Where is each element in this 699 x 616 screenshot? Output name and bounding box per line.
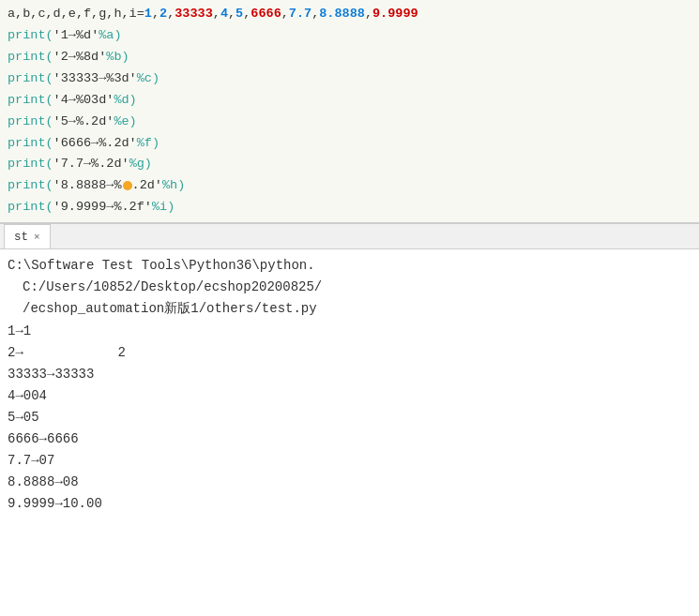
code-line-4: print('33333→%3d'%c) — [0, 68, 699, 90]
code-line-2: print('1→%d'%a) — [0, 25, 699, 47]
tab-bar: st × — [0, 223, 699, 249]
code-line-5: print('4→%03d'%d) — [0, 90, 699, 112]
console-output-1: 1→1 — [8, 321, 691, 342]
code-line-8: print('7.7→%.2d'%g) — [0, 154, 699, 175]
console-header-line3: /ecshop_automation新版1/others/test.py — [8, 298, 691, 320]
code-line-6: print('5→%.2d'%e) — [0, 112, 699, 133]
code-line-10: print('9.9999→%.2f'%i) — [0, 197, 699, 218]
console-tab[interactable]: st × — [4, 224, 51, 248]
console-output-5: 5→05 — [8, 407, 691, 428]
tab-close-button[interactable]: × — [34, 232, 40, 243]
code-text: a,b,c,d,e,f,g,h,i= — [8, 5, 144, 24]
console-header-line1: C:\Software Test Tools\Python36\python. — [8, 255, 691, 277]
console-output-8: 8.8888→08 — [8, 472, 691, 493]
code-line-1: a,b,c,d,e,f,g,h,i=1,2,33333,4,5,6666,7.7… — [0, 4, 699, 25]
code-line-7: print('6666→%.2d'%f) — [0, 133, 699, 155]
editor-area: a,b,c,d,e,f,g,h,i=1,2,33333,4,5,6666,7.7… — [0, 0, 699, 223]
console-output-2: 2→ 2 — [8, 342, 691, 364]
code-line-9: print('8.8888→%​.2d'%h) — [0, 175, 699, 197]
tooltip-icon — [123, 181, 132, 190]
console-output-3: 33333→33333 — [8, 364, 691, 385]
tab-label: st — [14, 231, 28, 244]
console-header-line2: C:/Users/10852/Desktop/ecshop20200825/ — [8, 277, 691, 298]
console-area: C:\Software Test Tools\Python36\python. … — [0, 249, 699, 616]
console-output-9: 9.9999→10.00 — [8, 493, 691, 515]
console-output-7: 7.7→07 — [8, 450, 691, 472]
code-line-3: print('2→%8d'%b) — [0, 47, 699, 68]
console-output-6: 6666→6666 — [8, 428, 691, 450]
code-num: 1 — [144, 5, 152, 24]
console-output-4: 4→004 — [8, 385, 691, 407]
